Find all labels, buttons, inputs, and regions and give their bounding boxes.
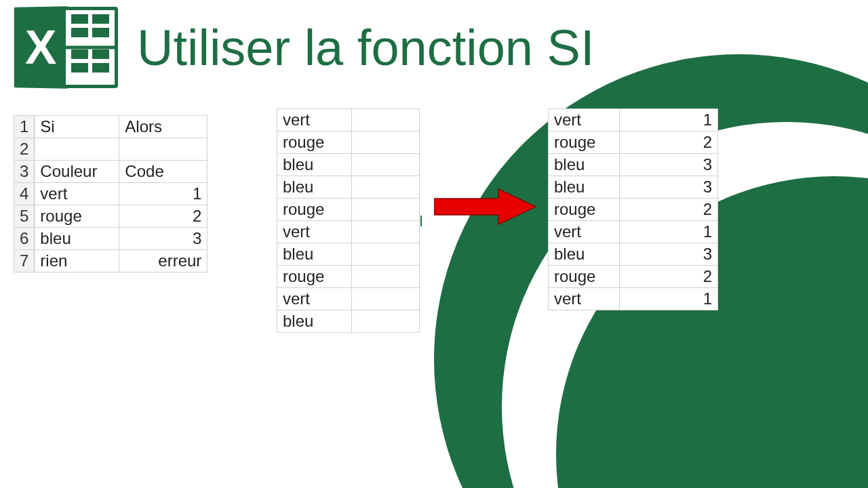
- cell: bleu: [277, 154, 352, 176]
- table-row: vert: [277, 288, 420, 310]
- right-table: vert1 rouge2 bleu3 bleu3 rouge2 vert1 bl…: [548, 108, 718, 310]
- cell: 1: [620, 221, 718, 243]
- table-row: bleu: [277, 243, 420, 266]
- cell: 2: [620, 266, 718, 288]
- table-row: 7rienerreur: [14, 250, 208, 272]
- table-row: rouge2: [549, 199, 718, 221]
- cell: Alors: [119, 116, 208, 138]
- cell: rouge: [277, 131, 352, 154]
- cell: vert: [549, 288, 620, 310]
- cell: Code: [119, 161, 208, 183]
- table-row: rouge: [277, 199, 420, 221]
- cell: vert: [549, 221, 620, 243]
- table-row: bleu3: [549, 176, 718, 199]
- table-row: vert: [277, 221, 420, 243]
- cell: [352, 310, 420, 333]
- cell: [352, 154, 420, 176]
- cell: rouge: [277, 266, 352, 288]
- table-row: 6bleu3: [14, 228, 208, 250]
- cell: bleu: [549, 243, 620, 266]
- cell-cursor-icon: [420, 216, 422, 226]
- cell: 3: [620, 243, 718, 266]
- cell: 3: [119, 228, 208, 250]
- cell: vert: [35, 183, 119, 205]
- table-row: vert1: [549, 288, 718, 310]
- cell: [352, 109, 420, 131]
- cell: [35, 138, 119, 161]
- cell: rouge: [549, 199, 620, 221]
- svg-marker-0: [434, 189, 536, 224]
- table-row: vert: [277, 109, 420, 131]
- cell: rouge: [549, 131, 620, 154]
- cell: 1: [620, 288, 718, 310]
- cell: [352, 199, 420, 221]
- table-row: rouge2: [549, 131, 718, 154]
- excel-x-badge: X: [14, 6, 68, 89]
- cell: rouge: [35, 205, 119, 228]
- table-row: 4vert1: [14, 183, 208, 205]
- cell: 2: [620, 199, 718, 221]
- cell: vert: [277, 109, 352, 131]
- cell: [119, 138, 208, 161]
- cell: bleu: [35, 228, 119, 250]
- excel-sheet-icon: [62, 7, 118, 88]
- cell: [352, 131, 420, 154]
- row-number: 3: [14, 161, 35, 183]
- row-number: 5: [14, 205, 35, 228]
- cell: [352, 288, 420, 310]
- table-row: rouge: [277, 131, 420, 154]
- cell: [352, 176, 420, 199]
- cell: [352, 243, 420, 266]
- table-row: rouge2: [549, 266, 718, 288]
- row-number: 1: [14, 116, 35, 138]
- cell: vert: [277, 288, 352, 310]
- middle-table: vert rouge bleu bleu rouge vert bleu rou…: [277, 108, 420, 333]
- cell: 1: [119, 183, 208, 205]
- cell: bleu: [549, 154, 620, 176]
- excel-logo-icon: X: [14, 7, 118, 88]
- cell: bleu: [277, 176, 352, 199]
- cell: rien: [35, 250, 119, 272]
- arrow-right-icon: [434, 186, 536, 227]
- table-row: bleu: [277, 154, 420, 176]
- left-table: 1SiAlors 2 3CouleurCode 4vert1 5rouge2 6…: [14, 115, 208, 272]
- cell: erreur: [119, 250, 208, 272]
- excel-x-letter: X: [25, 20, 56, 75]
- cell: vert: [549, 109, 620, 131]
- table-row: bleu3: [549, 243, 718, 266]
- table-row: bleu: [277, 176, 420, 199]
- table-row: 5rouge2: [14, 205, 208, 228]
- cell: 3: [620, 176, 718, 199]
- page-title: Utiliser la fonction SI: [137, 19, 595, 77]
- cell: rouge: [277, 199, 352, 221]
- row-number: 2: [14, 138, 35, 161]
- cell: [352, 266, 420, 288]
- cell: bleu: [277, 243, 352, 266]
- cell: 2: [620, 131, 718, 154]
- cell: 3: [620, 154, 718, 176]
- table-row: bleu: [277, 310, 420, 333]
- cell: 2: [119, 205, 208, 228]
- table-row: vert1: [549, 109, 718, 131]
- table-row: bleu3: [549, 154, 718, 176]
- header: X Utiliser la fonction SI: [14, 7, 595, 88]
- row-number: 7: [14, 250, 35, 272]
- cell: rouge: [549, 266, 620, 288]
- cell: bleu: [277, 310, 352, 333]
- cell: [352, 221, 420, 243]
- row-number: 6: [14, 228, 35, 250]
- table-row: 2: [14, 138, 208, 161]
- table-row: 3CouleurCode: [14, 161, 208, 183]
- table-row: rouge: [277, 266, 420, 288]
- cell: Couleur: [35, 161, 119, 183]
- cell: Si: [35, 116, 119, 138]
- cell: vert: [277, 221, 352, 243]
- cell: 1: [620, 109, 718, 131]
- row-number: 4: [14, 183, 35, 205]
- table-row: vert1: [549, 221, 718, 243]
- cell: bleu: [549, 176, 620, 199]
- table-row: 1SiAlors: [14, 116, 208, 138]
